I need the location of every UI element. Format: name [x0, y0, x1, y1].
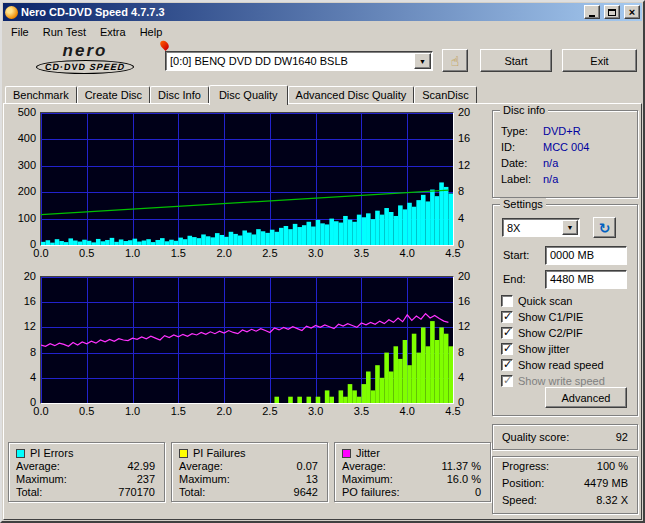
disc-date-row: Date: n/a [493, 155, 637, 171]
progress-value: 100 % [597, 460, 628, 472]
refresh-button[interactable]: ↻ [593, 217, 616, 238]
stats-title-text: PI Errors [30, 447, 73, 459]
stat-value: 11.37 % [441, 460, 483, 473]
stat-value: 9642 [294, 486, 320, 499]
window-title: Nero CD-DVD Speed 4.7.7.3 [21, 6, 580, 18]
tab-benchmark[interactable]: Benchmark [5, 86, 77, 103]
quality-score-label: Quality score: [502, 431, 569, 443]
start-position-label: Start: [503, 249, 529, 261]
disc-id-row: ID: MCC 004 [493, 139, 637, 155]
start-position-field[interactable]: 0000 MB [545, 246, 627, 265]
close-icon: × [629, 7, 635, 17]
drive-select[interactable]: [0:0] BENQ DVD DD DW1640 BSLB ▼ [165, 51, 433, 71]
pi-errors-x-axis: 0.00.51.01.52.02.53.03.54.04.5 [40, 246, 454, 262]
tab-create-disc[interactable]: Create Disc [77, 86, 150, 103]
minimize-button[interactable] [584, 5, 600, 19]
disc-id-value: MCC 004 [543, 141, 589, 153]
title-bar[interactable]: Nero CD-DVD Speed 4.7.7.3 × [3, 3, 642, 21]
pi-errors-right-axis: 048121620 [454, 112, 480, 246]
tab-disc-quality[interactable]: Disc Quality [209, 85, 288, 105]
chevron-down-icon[interactable]: ▼ [562, 220, 578, 235]
pi-errors-stats-title: PI Errors [16, 447, 157, 459]
chevron-down-icon[interactable]: ▼ [414, 53, 431, 69]
stat-value: 13 [306, 473, 320, 486]
hand-icon: ☝ [451, 53, 460, 69]
settings-checkboxes: Quick scan Show C1/PIE Show C2/PIF Show … [501, 293, 633, 389]
position-row: Position: 4479 MB [493, 474, 637, 491]
checkbox-show-read-speed[interactable]: Show read speed [501, 357, 633, 372]
speed-label: Speed: [502, 494, 537, 506]
tab-advanced-disc-quality[interactable]: Advanced Disc Quality [288, 86, 415, 103]
stat-label: Total: [179, 486, 205, 499]
checkbox-icon [501, 295, 513, 307]
jitter-legend-icon [342, 449, 351, 458]
pi-errors-left-axis: 0100200300400500 [6, 112, 40, 246]
advanced-button[interactable]: Advanced [545, 387, 627, 408]
start-button[interactable]: Start [480, 49, 552, 72]
statistics-row: PI Errors Average:42.99 Maximum:237 Tota… [8, 442, 491, 502]
checkbox-quick-scan[interactable]: Quick scan [501, 293, 633, 308]
menu-run-test[interactable]: Run Test [36, 24, 93, 40]
checkbox-label: Show jitter [518, 343, 569, 355]
tab-disc-info[interactable]: Disc Info [150, 86, 209, 103]
app-icon [5, 6, 18, 19]
cdspeed-logo-text: CD·DVD SPEED [35, 60, 135, 74]
stat-value: 42.99 [127, 460, 157, 473]
minimize-icon [589, 15, 595, 17]
pi-errors-plot [40, 112, 454, 246]
flame-icon [158, 39, 170, 51]
pi-failures-stats: PI Failures Average:0.07 Maximum:13 Tota… [171, 442, 328, 502]
speed-select[interactable]: 8X ▼ [502, 218, 580, 237]
jitter-x-axis: 0.00.51.01.52.02.53.03.54.04.5 [40, 404, 454, 420]
maximize-button[interactable] [604, 5, 620, 19]
jitter-stats: Jitter Average:11.37 % Maximum:16.0 % PO… [334, 442, 491, 502]
menu-help[interactable]: Help [133, 24, 170, 40]
disc-info-group: Disc info Type: DVD+R ID: MCC 004 Date: … [492, 110, 638, 198]
disc-date-label: Date: [501, 157, 543, 169]
checkbox-show-c2-pif[interactable]: Show C2/PIF [501, 325, 633, 340]
pi-errors-chart: 0100200300400500 048121620 0.00.51.01.52… [6, 112, 480, 262]
disc-type-value: DVD+R [543, 125, 581, 137]
stats-title-text: Jitter [356, 447, 380, 459]
disc-label-value: n/a [543, 173, 558, 185]
close-button[interactable]: × [624, 5, 640, 19]
disc-label-label: Label: [501, 173, 543, 185]
stat-label: PO failures: [342, 486, 399, 499]
disc-id-label: ID: [501, 141, 543, 153]
disc-quality-page: 0100200300400500 048121620 0.00.51.01.52… [3, 103, 642, 520]
nero-logo: nero CD·DVD SPEED [10, 42, 160, 74]
stat-label: Average: [16, 460, 60, 473]
speed-select-value: 8X [503, 222, 561, 234]
drive-select-value: [0:0] BENQ DVD DD DW1640 BSLB [166, 55, 413, 67]
stat-value: 16.0 % [447, 473, 483, 486]
pi-errors-stats: PI Errors Average:42.99 Maximum:237 Tota… [8, 442, 165, 502]
disc-type-label: Type: [501, 125, 543, 137]
stat-value: 237 [137, 473, 157, 486]
checkbox-icon [501, 375, 513, 387]
menu-file[interactable]: File [4, 24, 36, 40]
end-position-label: End: [503, 273, 526, 285]
checkbox-label: Show C1/PIE [518, 311, 583, 323]
settings-title: Settings [500, 198, 546, 210]
checkbox-show-jitter[interactable]: Show jitter [501, 341, 633, 356]
position-value: 4479 MB [584, 477, 628, 489]
end-position-field[interactable]: 4480 MB [545, 270, 627, 289]
exit-button[interactable]: Exit [562, 49, 637, 72]
logo-speed: SPEED [89, 62, 126, 72]
drive-options-button[interactable]: ☝ [442, 49, 468, 72]
logo-cd-dvd: CD·DVD [44, 62, 86, 72]
checkbox-icon [501, 359, 513, 371]
stats-title-text: PI Failures [193, 447, 246, 459]
stat-label: Maximum: [179, 473, 230, 486]
maximize-icon [608, 9, 616, 16]
progress-row: Progress: 100 % [493, 457, 637, 474]
checkbox-show-c1-pie[interactable]: Show C1/PIE [501, 309, 633, 324]
pi-failures-legend-icon [179, 449, 188, 458]
tab-strip: Benchmark Create Disc Disc Info Disc Qua… [2, 83, 643, 103]
progress-label: Progress: [502, 460, 549, 472]
tab-scandisc[interactable]: ScanDisc [414, 86, 476, 103]
checkbox-icon [501, 343, 513, 355]
progress-group: Progress: 100 % Position: 4479 MB Speed:… [492, 456, 638, 514]
menu-bar: File Run Test Extra Help [2, 22, 643, 41]
menu-extra[interactable]: Extra [93, 24, 133, 40]
